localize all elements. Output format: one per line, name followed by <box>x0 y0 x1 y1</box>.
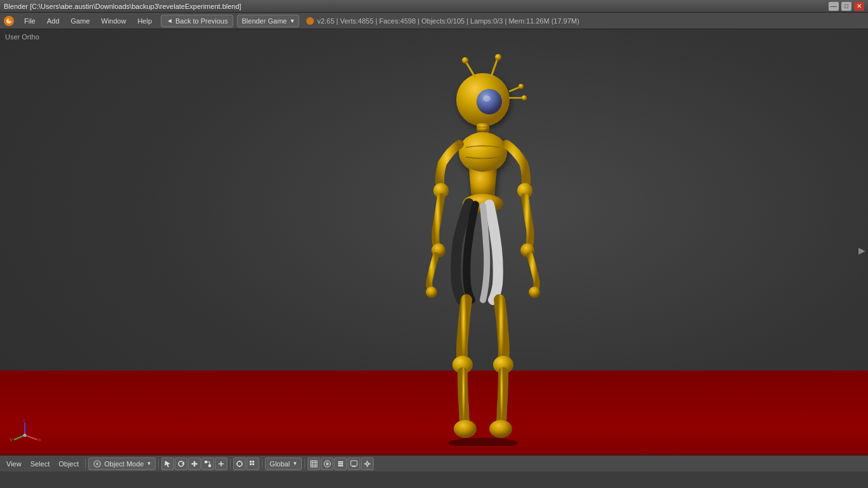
title-bar: Blender [C:\Users\abe.austin\Downloads\b… <box>0 0 868 13</box>
cursor-tool-icon[interactable] <box>161 458 174 470</box>
svg-line-32 <box>14 435 25 440</box>
svg-rect-55 <box>250 463 252 465</box>
svg-text:X: X <box>38 437 41 443</box>
robot-svg <box>386 52 577 446</box>
menu-window[interactable]: Window <box>96 15 131 27</box>
object-mode-label: Object Mode <box>104 460 144 468</box>
back-arrow-icon: ◄ <box>166 17 173 24</box>
back-to-previous-button[interactable]: ◄ Back to Previous <box>161 15 233 27</box>
svg-point-10 <box>495 54 501 60</box>
svg-rect-66 <box>338 463 343 464</box>
svg-point-70 <box>366 463 369 465</box>
snap-icons <box>233 458 259 470</box>
settings-icon[interactable] <box>361 458 374 470</box>
svg-point-28 <box>489 420 512 438</box>
svg-point-2 <box>9 18 12 21</box>
axis-widget: X Y Z <box>9 419 41 451</box>
viewport-label: User Ortho <box>5 33 39 41</box>
svg-rect-61 <box>311 461 317 467</box>
svg-rect-69 <box>352 466 356 467</box>
menu-add[interactable]: Add <box>42 15 65 27</box>
global-selector[interactable]: Global ▼ <box>265 458 302 470</box>
engine-label: Blender Game <box>241 17 287 25</box>
blender-small-icon <box>306 17 315 25</box>
minimize-button[interactable]: — <box>829 2 839 11</box>
blender-logo-icon <box>3 15 15 27</box>
separator-3 <box>230 459 231 469</box>
view-button[interactable]: View <box>3 458 25 470</box>
svg-point-20 <box>426 287 437 298</box>
svg-point-6 <box>483 95 491 102</box>
3d-viewport[interactable]: User Ortho <box>0 29 868 471</box>
engine-selector[interactable]: Blender Game ▼ <box>237 15 299 27</box>
svg-point-14 <box>522 95 527 100</box>
scale-tool-icon[interactable] <box>201 458 214 470</box>
separator-5 <box>304 459 305 469</box>
status-info: v2.65 | Verts:4855 | Faces:4598 | Object… <box>306 17 579 25</box>
object-mode-icon <box>93 459 102 468</box>
svg-rect-54 <box>252 461 254 463</box>
svg-line-9 <box>491 58 498 76</box>
select-button[interactable]: Select <box>27 458 54 470</box>
window-controls: — □ ✕ <box>829 2 864 11</box>
svg-point-36 <box>24 434 27 437</box>
svg-marker-41 <box>191 461 198 467</box>
svg-marker-39 <box>165 461 170 467</box>
separator-4 <box>262 459 262 469</box>
separator-2 <box>158 459 159 469</box>
svg-line-30 <box>25 435 37 440</box>
grid-snap-icon[interactable] <box>247 458 259 470</box>
svg-point-26 <box>454 420 477 438</box>
menu-help[interactable]: Help <box>132 15 157 27</box>
svg-rect-68 <box>351 461 357 466</box>
svg-rect-43 <box>208 464 211 467</box>
svg-rect-15 <box>477 123 489 133</box>
svg-point-38 <box>96 463 98 465</box>
svg-point-12 <box>519 84 524 89</box>
engine-dropdown-icon: ▼ <box>289 18 295 24</box>
move-tool-icon[interactable] <box>188 458 201 470</box>
svg-rect-67 <box>338 465 343 466</box>
menu-game[interactable]: Game <box>65 15 95 27</box>
svg-text:Z: Z <box>23 419 26 423</box>
object-mode-selector[interactable]: Object Mode ▼ <box>88 458 156 470</box>
mode-dropdown-icon: ▼ <box>146 461 151 466</box>
back-button-label: Back to Previous <box>175 17 228 25</box>
svg-rect-53 <box>250 461 252 463</box>
svg-rect-65 <box>338 461 343 463</box>
layers-icon[interactable] <box>334 458 347 470</box>
global-dropdown-icon: ▼ <box>292 461 297 466</box>
close-button[interactable]: ✕ <box>854 2 864 11</box>
snap-icon[interactable] <box>233 458 246 470</box>
svg-point-64 <box>327 463 328 464</box>
rotate-tool-icon[interactable] <box>175 458 187 470</box>
render-icon[interactable] <box>348 458 360 470</box>
svg-rect-42 <box>205 461 207 463</box>
svg-line-11 <box>509 87 520 92</box>
proportional-icon[interactable] <box>321 458 334 470</box>
svg-point-48 <box>237 461 242 466</box>
window-title: Blender [C:\Users\abe.austin\Downloads\b… <box>4 3 829 10</box>
manipulate-icon[interactable] <box>215 458 227 470</box>
svg-point-29 <box>448 438 518 446</box>
separator-1 <box>85 459 86 469</box>
svg-point-23 <box>529 287 540 298</box>
global-label: Global <box>269 460 290 468</box>
svg-rect-56 <box>252 463 254 465</box>
axis-svg: X Y Z <box>9 419 41 451</box>
svg-line-7 <box>466 62 475 78</box>
svg-point-5 <box>477 89 502 114</box>
tool-icons <box>161 458 227 470</box>
maximize-button[interactable]: □ <box>841 2 851 11</box>
grid-icons <box>308 458 374 470</box>
stats-text: v2.65 | Verts:4855 | Faces:4598 | Object… <box>317 17 579 25</box>
object-button[interactable]: Object <box>55 458 83 470</box>
scroll-arrow-icon[interactable]: ▶ <box>858 245 865 255</box>
bottom-toolbar: View Select Object Object Mode ▼ <box>0 455 868 471</box>
menu-bar: File Add Game Window Help ◄ Back to Prev… <box>0 13 868 29</box>
svg-point-17 <box>459 132 507 173</box>
menu-file[interactable]: File <box>19 15 41 27</box>
grid-view-icon[interactable] <box>308 458 320 470</box>
svg-point-3 <box>306 17 314 25</box>
robot-character <box>386 52 577 433</box>
